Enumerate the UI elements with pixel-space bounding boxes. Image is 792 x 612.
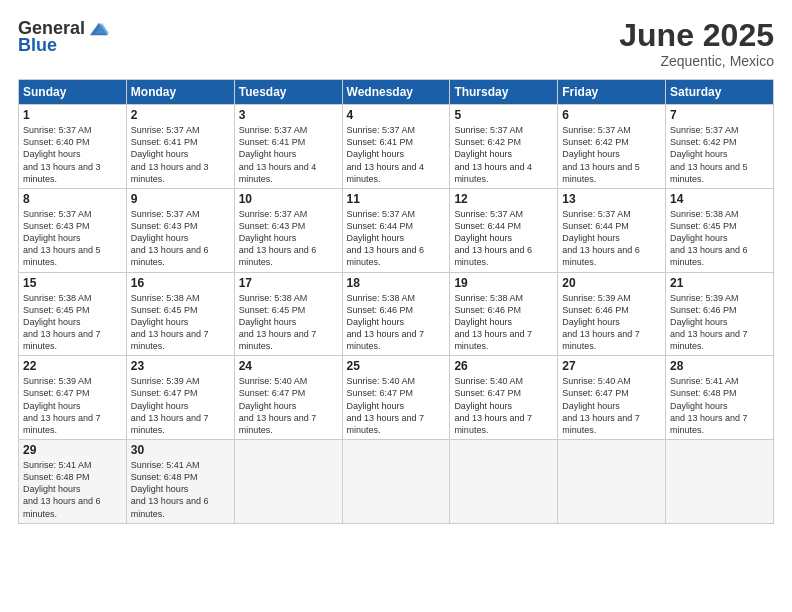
sunset-label: Sunset: 6:41 PM xyxy=(131,137,198,147)
day-cell: 2 Sunrise: 5:37 AM Sunset: 6:41 PM Dayli… xyxy=(126,105,234,189)
daylight-label: Daylight hours xyxy=(131,233,189,243)
day-number: 4 xyxy=(347,108,446,122)
day-number: 25 xyxy=(347,359,446,373)
day-number: 18 xyxy=(347,276,446,290)
sunset-label: Sunset: 6:43 PM xyxy=(239,221,306,231)
day-number: 2 xyxy=(131,108,230,122)
calendar-header-row: SundayMondayTuesdayWednesdayThursdayFrid… xyxy=(19,80,774,105)
logo: General Blue xyxy=(18,18,109,56)
logo-blue: Blue xyxy=(18,35,57,56)
daylight-value: and 13 hours and 5 minutes. xyxy=(562,162,640,184)
daylight-label: Daylight hours xyxy=(562,317,620,327)
day-cell: 28 Sunrise: 5:41 AM Sunset: 6:48 PM Dayl… xyxy=(666,356,774,440)
day-cell: 22 Sunrise: 5:39 AM Sunset: 6:47 PM Dayl… xyxy=(19,356,127,440)
sunrise-label: Sunrise: 5:38 AM xyxy=(23,293,92,303)
daylight-label: Daylight hours xyxy=(562,149,620,159)
daylight-value: and 13 hours and 7 minutes. xyxy=(454,413,532,435)
day-cell: 13 Sunrise: 5:37 AM Sunset: 6:44 PM Dayl… xyxy=(558,188,666,272)
daylight-label: Daylight hours xyxy=(131,484,189,494)
day-cell xyxy=(450,440,558,524)
daylight-value: and 13 hours and 6 minutes. xyxy=(131,245,209,267)
daylight-value: and 13 hours and 4 minutes. xyxy=(454,162,532,184)
week-row-1: 8 Sunrise: 5:37 AM Sunset: 6:43 PM Dayli… xyxy=(19,188,774,272)
day-cell: 23 Sunrise: 5:39 AM Sunset: 6:47 PM Dayl… xyxy=(126,356,234,440)
sunrise-label: Sunrise: 5:37 AM xyxy=(347,209,416,219)
header-monday: Monday xyxy=(126,80,234,105)
day-number: 11 xyxy=(347,192,446,206)
day-number: 21 xyxy=(670,276,769,290)
day-number: 22 xyxy=(23,359,122,373)
cell-content: Sunrise: 5:37 AM Sunset: 6:41 PM Dayligh… xyxy=(239,124,338,185)
day-number: 17 xyxy=(239,276,338,290)
day-cell: 16 Sunrise: 5:38 AM Sunset: 6:45 PM Dayl… xyxy=(126,272,234,356)
sunset-label: Sunset: 6:47 PM xyxy=(239,388,306,398)
sunset-label: Sunset: 6:43 PM xyxy=(23,221,90,231)
sunset-label: Sunset: 6:46 PM xyxy=(347,305,414,315)
day-cell xyxy=(234,440,342,524)
calendar: SundayMondayTuesdayWednesdayThursdayFrid… xyxy=(18,79,774,524)
daylight-label: Daylight hours xyxy=(454,233,512,243)
day-cell: 14 Sunrise: 5:38 AM Sunset: 6:45 PM Dayl… xyxy=(666,188,774,272)
day-number: 14 xyxy=(670,192,769,206)
day-number: 28 xyxy=(670,359,769,373)
cell-content: Sunrise: 5:38 AM Sunset: 6:46 PM Dayligh… xyxy=(454,292,553,353)
sunrise-label: Sunrise: 5:37 AM xyxy=(131,125,200,135)
cell-content: Sunrise: 5:37 AM Sunset: 6:41 PM Dayligh… xyxy=(347,124,446,185)
cell-content: Sunrise: 5:37 AM Sunset: 6:44 PM Dayligh… xyxy=(454,208,553,269)
sunset-label: Sunset: 6:48 PM xyxy=(670,388,737,398)
cell-content: Sunrise: 5:38 AM Sunset: 6:45 PM Dayligh… xyxy=(23,292,122,353)
location: Zequentic, Mexico xyxy=(619,53,774,69)
day-cell xyxy=(666,440,774,524)
cell-content: Sunrise: 5:40 AM Sunset: 6:47 PM Dayligh… xyxy=(239,375,338,436)
day-number: 13 xyxy=(562,192,661,206)
sunrise-label: Sunrise: 5:40 AM xyxy=(562,376,631,386)
day-number: 10 xyxy=(239,192,338,206)
day-number: 15 xyxy=(23,276,122,290)
sunset-label: Sunset: 6:42 PM xyxy=(670,137,737,147)
day-cell: 30 Sunrise: 5:41 AM Sunset: 6:48 PM Dayl… xyxy=(126,440,234,524)
cell-content: Sunrise: 5:41 AM Sunset: 6:48 PM Dayligh… xyxy=(670,375,769,436)
sunset-label: Sunset: 6:46 PM xyxy=(454,305,521,315)
sunrise-label: Sunrise: 5:37 AM xyxy=(131,209,200,219)
sunrise-label: Sunrise: 5:38 AM xyxy=(347,293,416,303)
daylight-value: and 13 hours and 6 minutes. xyxy=(562,245,640,267)
sunset-label: Sunset: 6:46 PM xyxy=(670,305,737,315)
sunrise-label: Sunrise: 5:37 AM xyxy=(239,209,308,219)
day-number: 3 xyxy=(239,108,338,122)
cell-content: Sunrise: 5:38 AM Sunset: 6:45 PM Dayligh… xyxy=(239,292,338,353)
cell-content: Sunrise: 5:37 AM Sunset: 6:41 PM Dayligh… xyxy=(131,124,230,185)
daylight-label: Daylight hours xyxy=(562,233,620,243)
header-saturday: Saturday xyxy=(666,80,774,105)
day-cell: 18 Sunrise: 5:38 AM Sunset: 6:46 PM Dayl… xyxy=(342,272,450,356)
sunset-label: Sunset: 6:48 PM xyxy=(23,472,90,482)
daylight-value: and 13 hours and 4 minutes. xyxy=(347,162,425,184)
cell-content: Sunrise: 5:37 AM Sunset: 6:43 PM Dayligh… xyxy=(131,208,230,269)
day-number: 19 xyxy=(454,276,553,290)
cell-content: Sunrise: 5:39 AM Sunset: 6:46 PM Dayligh… xyxy=(670,292,769,353)
logo-icon xyxy=(89,19,109,39)
day-cell: 5 Sunrise: 5:37 AM Sunset: 6:42 PM Dayli… xyxy=(450,105,558,189)
daylight-value: and 13 hours and 7 minutes. xyxy=(131,329,209,351)
day-number: 9 xyxy=(131,192,230,206)
day-number: 26 xyxy=(454,359,553,373)
daylight-value: and 13 hours and 7 minutes. xyxy=(239,413,317,435)
daylight-label: Daylight hours xyxy=(131,317,189,327)
day-number: 6 xyxy=(562,108,661,122)
week-row-2: 15 Sunrise: 5:38 AM Sunset: 6:45 PM Dayl… xyxy=(19,272,774,356)
sunset-label: Sunset: 6:44 PM xyxy=(454,221,521,231)
daylight-label: Daylight hours xyxy=(670,317,728,327)
header: General Blue June 2025 Zequentic, Mexico xyxy=(18,18,774,69)
sunset-label: Sunset: 6:45 PM xyxy=(131,305,198,315)
day-cell: 20 Sunrise: 5:39 AM Sunset: 6:46 PM Dayl… xyxy=(558,272,666,356)
day-cell: 15 Sunrise: 5:38 AM Sunset: 6:45 PM Dayl… xyxy=(19,272,127,356)
day-cell: 3 Sunrise: 5:37 AM Sunset: 6:41 PM Dayli… xyxy=(234,105,342,189)
title-block: June 2025 Zequentic, Mexico xyxy=(619,18,774,69)
week-row-0: 1 Sunrise: 5:37 AM Sunset: 6:40 PM Dayli… xyxy=(19,105,774,189)
daylight-value: and 13 hours and 7 minutes. xyxy=(23,329,101,351)
sunrise-label: Sunrise: 5:40 AM xyxy=(347,376,416,386)
daylight-label: Daylight hours xyxy=(454,149,512,159)
daylight-label: Daylight hours xyxy=(670,233,728,243)
sunset-label: Sunset: 6:42 PM xyxy=(562,137,629,147)
day-cell: 19 Sunrise: 5:38 AM Sunset: 6:46 PM Dayl… xyxy=(450,272,558,356)
day-number: 27 xyxy=(562,359,661,373)
